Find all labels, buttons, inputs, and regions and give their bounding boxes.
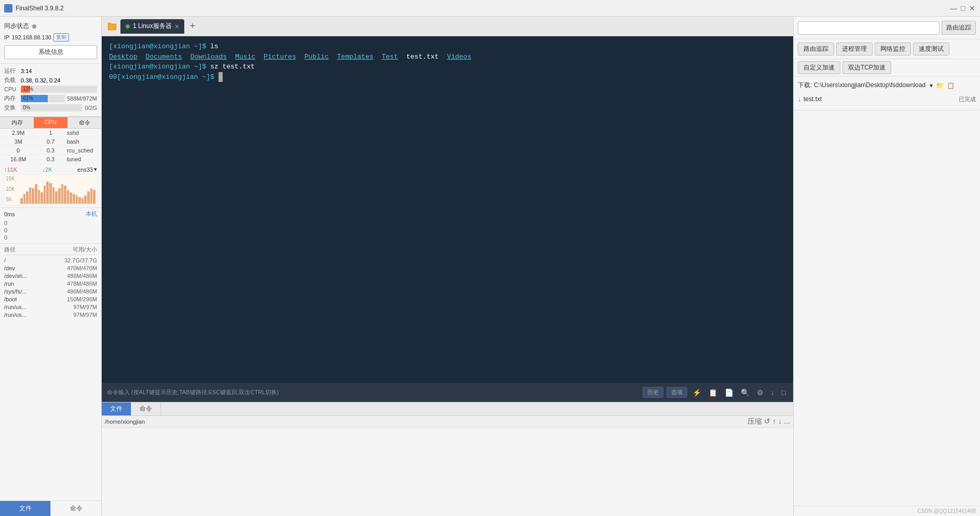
mem-percent: 61% [23, 95, 33, 102]
sync-label: 同步状态 [4, 22, 29, 31]
net-chart-bars [5, 175, 97, 205]
process-col-mem[interactable]: 内存 [0, 117, 34, 128]
route-trace-button[interactable]: 路由追踪 [942, 21, 976, 35]
download-icon-button[interactable]: ↓ [769, 387, 777, 398]
sidebar-tab-file[interactable]: 文件 [0, 501, 51, 516]
net-bar [70, 192, 72, 204]
net-bar [84, 196, 87, 204]
net-interface[interactable]: ens33 ▾ [77, 166, 97, 173]
action-route-trace[interactable]: 路由追踪 [798, 43, 834, 55]
action-process-mgmt[interactable]: 进程管理 [836, 43, 873, 55]
ip-value: 192.168.88.130 [11, 34, 51, 40]
sidebar: 同步状态 IP 192.168.88.130 复制 系统信息 运行 3:14 负… [0, 17, 102, 516]
up-icon[interactable]: ↑ [772, 417, 776, 426]
cpu-stat-row: CPU 12% [4, 86, 97, 93]
process-col-cpu[interactable]: CPU [34, 117, 67, 128]
net-bar [26, 191, 29, 204]
app-title: FinalShell 3.9.8.2 [16, 5, 950, 12]
close-button[interactable]: ✕ [969, 5, 976, 12]
sidebar-tab-cmd[interactable]: 命令 [51, 501, 101, 516]
net-upload: ↑11K [4, 166, 17, 173]
fullscreen-icon-button[interactable]: □ [780, 387, 788, 398]
terminal-line-2: [xiongjian@xiongjian ~]$ sz test.txt [109, 62, 786, 72]
more-icon[interactable]: ... [784, 417, 790, 426]
disk-header: 路径 可用/大小 [4, 246, 97, 255]
copy-icon-button[interactable]: 📋 [706, 387, 719, 398]
file-content[interactable] [102, 428, 793, 516]
runtime-row: 运行 3:14 [4, 67, 97, 75]
copy-ip-button[interactable]: 复制 [53, 33, 69, 41]
minimize-button[interactable]: — [950, 5, 957, 12]
proc-cpu: 0.3 [34, 156, 66, 162]
ping-data-row: 0 [4, 234, 97, 241]
tab-bar: 1 Linux服务器 × + [102, 17, 793, 36]
sysinfo-button[interactable]: 系统信息 [4, 45, 97, 59]
terminal[interactable]: [xiongjian@xiongjian ~]$ ls Desktop Docu… [102, 36, 793, 382]
ls-public: Public [304, 52, 329, 62]
net-bar [64, 186, 66, 204]
right-search-input[interactable] [798, 21, 940, 35]
net-bar [44, 186, 46, 204]
search-icon-button[interactable]: 🔍 [739, 387, 752, 398]
compress-label[interactable]: 压缩 [747, 417, 762, 426]
cmd-input-field[interactable] [284, 389, 643, 396]
disk-row: /dev/sh... 486M/486M [4, 272, 97, 280]
refresh-icon[interactable]: ↺ [764, 417, 770, 426]
download-path-chevron[interactable]: ▾ [930, 82, 933, 89]
file-tab-file[interactable]: 文件 [102, 402, 131, 415]
action-net-monitor[interactable]: 网络监控 [875, 43, 911, 55]
file-browser: 文件 命令 /home/xiongjian 压缩 ↺ ↑ ↓ ... [102, 402, 793, 516]
net-bar [40, 192, 43, 204]
download-folder-icon[interactable]: 📁 [936, 82, 944, 89]
terminal-cmd-2: sz test.txt [210, 62, 255, 72]
settings-icon-button[interactable]: ⚙ [755, 387, 766, 398]
terminal-prompt: [xiongjian@xiongjian ~]$ [109, 41, 210, 52]
maximize-button[interactable]: □ [959, 5, 967, 12]
terminal-line-1: [xiongjian@xiongjian ~]$ ls [109, 41, 786, 52]
file-tabs: 文件 命令 [102, 402, 793, 416]
sync-dot [32, 24, 36, 29]
app-logo [4, 4, 12, 12]
net-bar [93, 190, 96, 204]
paste-icon-button[interactable]: 📄 [723, 387, 736, 398]
net-bar [49, 183, 52, 204]
folder-icon [107, 22, 117, 31]
terminal-ls-output: Desktop Documents Downloads Music Pictur… [109, 52, 786, 62]
action-speed-test[interactable]: 速度测试 [913, 43, 949, 55]
download-copy-icon[interactable]: 📋 [947, 82, 955, 89]
ls-desktop: Desktop [109, 52, 138, 62]
history-button[interactable]: 历史 [643, 387, 663, 398]
ls-music: Music [235, 52, 255, 62]
custom-accel-button[interactable]: 自定义加速 [798, 61, 840, 74]
load-row: 负载 0.38, 0.32, 0.24 [4, 76, 97, 84]
process-table: 内存 CPU 命令 2.9M 1 sshd 3M 0.7 bash 0 0.3 … [0, 117, 101, 164]
net-bar [23, 194, 26, 204]
tab-linux-server[interactable]: 1 Linux服务器 × [120, 19, 184, 34]
runtime-value: 3:14 [21, 68, 32, 74]
folder-button[interactable] [104, 19, 120, 34]
ping-header: 0ms 本机 [4, 210, 97, 218]
options-button[interactable]: 选项 [666, 387, 687, 398]
file-toolbar-icons: 压缩 ↺ ↑ ↓ ... [747, 417, 790, 426]
disk-row: / 32.7G/37.7G [4, 257, 97, 264]
download-file-item: ↓ test.txt 已完成 [798, 93, 976, 106]
dual-tcp-button[interactable]: 双边TCP加速 [842, 61, 891, 74]
proc-mem: 0 [2, 147, 34, 154]
down-icon[interactable]: ↓ [778, 417, 782, 426]
cpu-bar: 12% [21, 86, 97, 93]
ls-testtxt: test.txt [406, 52, 439, 62]
add-tab-button[interactable]: + [185, 19, 200, 34]
lightning-icon-button[interactable]: ⚡ [690, 387, 703, 398]
cmd-toolbar: 历史 选项 ⚡ 📋 📄 🔍 ⚙ ↓ □ [643, 387, 788, 398]
right-spacer [794, 110, 980, 506]
net-download: ↓2K [43, 166, 52, 173]
disk-row: /run 478M/486M [4, 280, 97, 288]
load-label: 负载 [4, 76, 19, 84]
proc-cpu: 0.3 [34, 147, 66, 154]
download-label: 下载: C:\Users\xiongjian\Desktop\fsddownlo… [798, 81, 925, 90]
disk-row: /sys/fs/... 486M/486M [4, 288, 97, 296]
tab-close-button[interactable]: × [175, 23, 179, 30]
process-col-cmd[interactable]: 命令 [67, 117, 101, 128]
terminal-cmd: ls [210, 41, 219, 52]
file-tab-cmd[interactable]: 命令 [131, 402, 161, 415]
